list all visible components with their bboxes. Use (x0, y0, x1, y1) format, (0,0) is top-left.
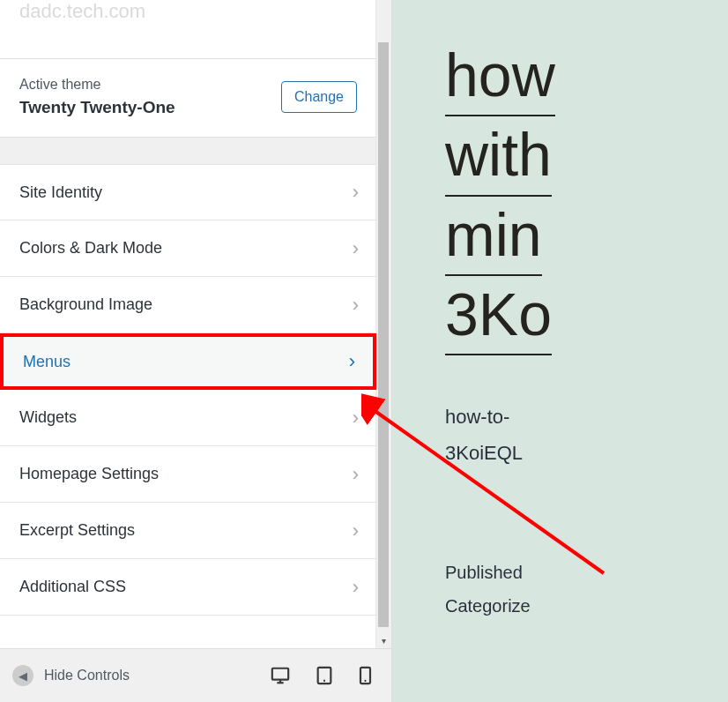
post-title-line-4: 3Ko (445, 276, 552, 355)
chevron-right-icon: › (353, 407, 359, 429)
customizer-menu-list: Site Identity›Colors & Dark Mode›Backgro… (0, 164, 376, 616)
chevron-right-icon: › (349, 350, 355, 373)
preview-pane: how with min 3Ko how-to- 3KoiEQL Publish… (392, 0, 728, 702)
excerpt-line-2: 3KoiEQL (445, 436, 728, 472)
menu-item-label: Site Identity (19, 183, 102, 202)
post-title-line-1: how (445, 37, 555, 116)
menu-item-label: Homepage Settings (19, 465, 159, 483)
chevron-right-icon: › (353, 237, 359, 260)
mobile-icon[interactable] (359, 666, 372, 685)
sidebar-footer: ◀ Hide Controls (0, 648, 391, 702)
sidebar-scroll: dadc.tech.com Active theme Twenty Twenty… (0, 0, 391, 648)
chevron-right-icon: › (353, 576, 359, 599)
hide-controls-button[interactable]: ◀ Hide Controls (4, 665, 271, 686)
categorized-line: Categorize (445, 589, 728, 623)
scrollbar-down-arrow[interactable]: ▾ (378, 636, 389, 646)
svg-rect-0 (272, 668, 288, 680)
menu-item-label: Excerpt Settings (19, 521, 135, 540)
tablet-icon[interactable] (315, 666, 334, 685)
scrollbar[interactable]: ▾ (375, 0, 391, 648)
post-meta: Published Categorize (445, 556, 728, 623)
menu-item-label: Menus (23, 353, 71, 371)
customizer-sidebar: dadc.tech.com Active theme Twenty Twenty… (0, 0, 392, 702)
active-theme-name: Twenty Twenty-One (19, 98, 175, 117)
menu-item-label: Background Image (19, 295, 152, 314)
collapse-icon: ◀ (12, 665, 33, 686)
chevron-right-icon: › (353, 294, 359, 317)
menu-item-additional-css[interactable]: Additional CSS› (0, 559, 376, 616)
menu-item-widgets[interactable]: Widgets› (0, 390, 376, 446)
excerpt-line-1: how-to- (445, 400, 728, 436)
desktop-icon[interactable] (271, 666, 290, 685)
post-excerpt: how-to- 3KoiEQL (445, 400, 728, 471)
menu-item-background-image[interactable]: Background Image› (0, 277, 376, 333)
menu-item-homepage-settings[interactable]: Homepage Settings› (0, 446, 376, 503)
menu-item-label: Additional CSS (19, 578, 126, 596)
post-title-line-2: with (445, 116, 552, 196)
post-title-line-3: min (445, 197, 542, 276)
published-line: Published (445, 556, 728, 589)
menu-item-label: Widgets (19, 408, 77, 427)
menu-item-colors-dark-mode[interactable]: Colors & Dark Mode› (0, 220, 376, 277)
chevron-right-icon: › (353, 181, 359, 204)
menu-item-site-identity[interactable]: Site Identity› (0, 164, 376, 220)
menu-item-excerpt-settings[interactable]: Excerpt Settings› (0, 503, 376, 559)
chevron-right-icon: › (353, 519, 359, 542)
spacer-2 (0, 138, 376, 164)
menu-item-label: Colors & Dark Mode (19, 239, 162, 258)
menu-item-menus[interactable]: Menus› (0, 333, 376, 390)
active-theme-label: Active theme (19, 77, 175, 93)
chevron-right-icon: › (353, 463, 359, 486)
post-title[interactable]: how with min 3Ko (445, 37, 728, 355)
site-title-ghost: dadc.tech.com (0, 0, 391, 41)
hide-controls-label: Hide Controls (44, 668, 130, 683)
change-theme-button[interactable]: Change (281, 81, 357, 113)
theme-section: Active theme Twenty Twenty-One Change (0, 58, 376, 138)
scrollbar-thumb[interactable] (378, 42, 389, 627)
theme-info: Active theme Twenty Twenty-One (19, 77, 175, 117)
device-switcher (271, 666, 388, 685)
